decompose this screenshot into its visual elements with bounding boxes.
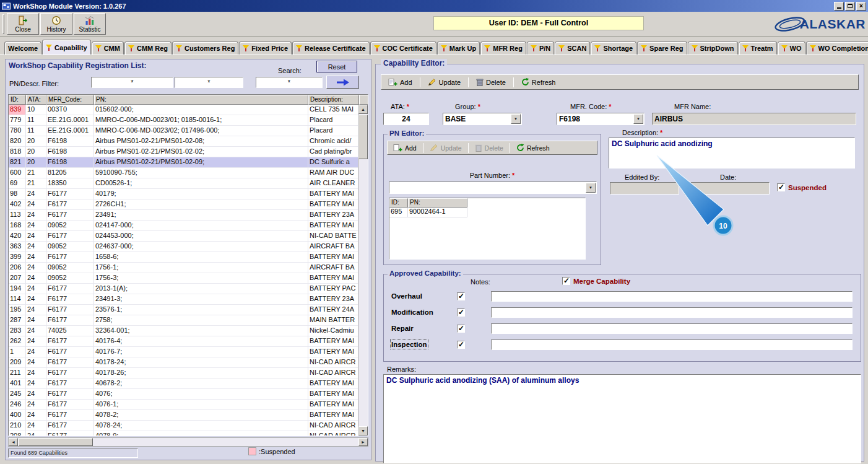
tab-capability[interactable]: Capability <box>42 40 91 55</box>
table-row[interactable]: 28724F61772758;MAIN BATTER <box>9 315 358 326</box>
scroll-left-button[interactable]: ◄ <box>9 438 18 446</box>
pn-grid-row[interactable]: 69590002464-1 <box>389 208 585 217</box>
column-header[interactable]: Description: <box>308 95 359 105</box>
table-row[interactable]: 40024F61774078-2;BATTERY MAI <box>9 410 358 421</box>
tab-release-certificate[interactable]: Release Certificate <box>292 42 369 55</box>
ata-input[interactable] <box>383 113 429 125</box>
horizontal-scroll-thumb[interactable] <box>19 438 93 446</box>
tab-stripdown[interactable]: StripDown <box>688 42 738 55</box>
pn-refresh-button[interactable]: Refresh <box>513 142 553 154</box>
close-window-button[interactable]: × <box>856 2 866 11</box>
chevron-down-icon[interactable]: ▼ <box>633 114 643 124</box>
repair-notes-input[interactable] <box>491 323 853 334</box>
column-header[interactable]: ID: <box>9 95 26 105</box>
table-row[interactable]: 9824F617740179;BATTERY MAI <box>9 189 358 199</box>
tab-coc-certificate[interactable]: COC Certificate <box>370 42 436 55</box>
vertical-scroll-thumb[interactable] <box>358 115 368 159</box>
pn-delete-button[interactable]: Delete <box>471 142 507 154</box>
chevron-down-icon[interactable]: ▼ <box>586 183 596 193</box>
statistic-button[interactable]: Statistic <box>74 13 106 35</box>
table-row[interactable]: 19524F617723576-1;BATTERY 24A <box>9 305 358 315</box>
chevron-down-icon[interactable]: ▼ <box>511 114 521 124</box>
table-row[interactable]: 39924F61771658-6;BATTERY MAI <box>9 252 358 263</box>
close-button[interactable]: Close <box>7 13 39 35</box>
table-row[interactable]: 60021812055910090-755;RAM AIR DUC <box>9 168 358 178</box>
search-go-button[interactable] <box>326 76 359 89</box>
tab-cmm-reg[interactable]: CMM Reg <box>124 42 171 55</box>
edited-by-input[interactable] <box>610 182 679 195</box>
tab-fixed-price[interactable]: Fixed Price <box>239 42 292 55</box>
column-header[interactable]: MFR_Code: <box>46 95 94 105</box>
table-row[interactable]: 82020F6198Airbus PMS01-02-21/PMS01-02-08… <box>9 136 358 147</box>
tab-wo[interactable]: WO <box>778 42 805 55</box>
table-row[interactable]: 20924F617740178-24;NI-CAD AIRCR <box>9 357 358 368</box>
inspection-checkbox[interactable] <box>457 341 465 349</box>
column-header[interactable]: ATA: <box>26 95 46 105</box>
tab-cmm[interactable]: CMM <box>92 42 124 55</box>
reset-button[interactable]: Reset <box>316 61 357 72</box>
pn-column-header[interactable]: PN: <box>408 198 467 208</box>
overhaul-checkbox[interactable] <box>457 292 465 300</box>
merge-capability-checkbox[interactable] <box>562 277 570 285</box>
table-row[interactable]: 19424F61772013-1(A);BATTERY PAC <box>9 284 358 294</box>
tab-spare-reg[interactable]: Spare Reg <box>637 42 687 55</box>
capability-add-button[interactable]: Add <box>384 76 417 89</box>
description-textarea[interactable]: DC Sulphuric acid anodizing <box>609 138 855 169</box>
tab-customers-reg[interactable]: Customers Reg <box>172 42 238 55</box>
table-row[interactable]: 1682409052024147-000;BATTERY MAI <box>9 221 358 231</box>
tab-welcome[interactable]: Welcome <box>4 42 41 55</box>
table-row[interactable]: 40124F617740678-2;BATTERY MAI <box>9 379 358 389</box>
table-row[interactable]: 40224F61772726CH1;BATTERY MAI <box>9 199 358 210</box>
capability-refresh-button[interactable]: Refresh <box>517 76 560 89</box>
search-input[interactable] <box>256 77 323 88</box>
pn-filter-input[interactable] <box>91 77 173 88</box>
pn-column-header[interactable]: ID: <box>389 198 408 208</box>
table-row[interactable]: 26224F617740176-4;BATTERY MAI <box>9 336 358 347</box>
table-row[interactable]: 82120F6198Airbus PMS01-02-21/PMS01-02-09… <box>9 157 358 168</box>
toolbar-grip[interactable] <box>2 14 4 34</box>
table-row[interactable]: 20824F61774078-9;NI-CAD AIRCR <box>9 431 358 436</box>
capability-delete-button[interactable]: Delete <box>472 76 510 89</box>
tab-p-n[interactable]: P/N <box>527 42 554 55</box>
column-header[interactable]: PN: <box>94 95 308 105</box>
table-row[interactable]: 77911EE.21G.0001MMRO-C-006-MD-0023/01; 0… <box>9 115 358 126</box>
minimize-button[interactable] <box>834 2 844 11</box>
history-button[interactable]: History <box>40 13 72 35</box>
overhaul-notes-input[interactable] <box>491 291 853 302</box>
table-row[interactable]: 21024F61774078-24;NI-CAD AIRCR <box>9 421 358 431</box>
table-row[interactable]: 20624090521756-1;AIRCRAFT BA <box>9 263 358 273</box>
table-row[interactable]: 11324F617723491;BATTERY 23A <box>9 210 358 221</box>
scroll-right-button[interactable]: ► <box>358 438 368 446</box>
tab-mark-up[interactable]: Mark Up <box>437 42 480 55</box>
tab-scan[interactable]: SCAN <box>555 42 590 55</box>
tab-wo-completion[interactable]: WO Completion <box>806 42 868 55</box>
table-row[interactable]: 78011EE.21G.0001MMRO-C-006-MD-0023/02; 0… <box>9 126 358 136</box>
tab-shortage[interactable]: Shortage <box>591 42 636 55</box>
vertical-scrollbar[interactable]: ▲ ▼ <box>358 105 368 436</box>
pn-update-button[interactable]: Update <box>426 142 466 154</box>
mfr-name-input[interactable] <box>652 113 856 125</box>
inspection-notes-input[interactable] <box>491 339 853 350</box>
table-row[interactable]: 24624F61774076-1;BATTERY MAI <box>9 400 358 410</box>
table-row[interactable]: 3632409052024637-000;AIRCRAFT BA <box>9 242 358 252</box>
table-row[interactable]: 11424F617723491-3;BATTERY 23A <box>9 294 358 305</box>
tab-mfr-reg[interactable]: MFR Reg <box>480 42 526 55</box>
table-row[interactable]: 20724090521756-3;BATTERY MAI <box>9 273 358 284</box>
group-combo[interactable]: BASE ▼ <box>443 113 522 125</box>
descr-filter-input[interactable] <box>175 77 243 88</box>
table-row[interactable]: 283247402532364-001;Nickel-Cadmiu <box>9 326 358 336</box>
modification-checkbox[interactable] <box>457 309 465 317</box>
remarks-textarea[interactable]: DC Sulphuric acid anodizing (SAA) of alu… <box>383 374 861 463</box>
table-row[interactable]: 692118350CD00526-1;AIR CLEANER <box>9 178 358 189</box>
horizontal-scrollbar[interactable]: ◄ ► <box>8 437 368 447</box>
table-row[interactable]: 42024F6177024453-000;NI-CAD BATTE <box>9 231 358 242</box>
table-row[interactable]: 24524F61774076;BATTERY MAI <box>9 389 358 400</box>
table-row[interactable]: 21124F617740178-26;NI-CAD AIRCR <box>9 368 358 379</box>
repair-checkbox[interactable] <box>457 325 465 333</box>
tab-treatm[interactable]: Treatm <box>739 42 777 55</box>
modification-notes-input[interactable] <box>491 307 853 318</box>
capability-update-button[interactable]: Update <box>423 76 465 89</box>
part-number-combo[interactable]: ▼ <box>389 182 597 194</box>
mfr-code-combo[interactable]: F6198 ▼ <box>557 113 644 125</box>
scroll-down-button[interactable]: ▼ <box>358 426 368 436</box>
